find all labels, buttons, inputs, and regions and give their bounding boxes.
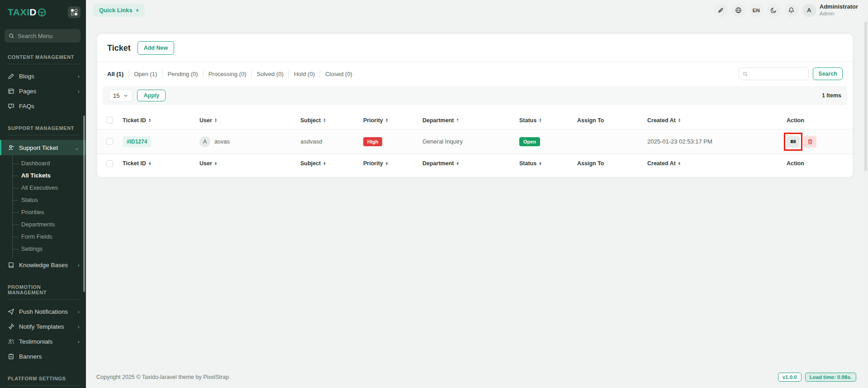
user-name: Administrator bbox=[820, 3, 858, 10]
column-priority[interactable]: Priority bbox=[363, 117, 383, 124]
column-priority[interactable]: Priority bbox=[363, 160, 383, 167]
sort-icon[interactable]: ▲▼ bbox=[539, 162, 541, 166]
table-row: #ID1274 A asvas asdvasd High General Inq… bbox=[97, 129, 853, 154]
notifications-button[interactable] bbox=[785, 4, 798, 17]
column-department[interactable]: Department bbox=[422, 117, 454, 124]
sort-icon[interactable]: ▲▼ bbox=[385, 162, 388, 166]
sort-icon[interactable]: ▲▼ bbox=[539, 118, 541, 122]
tab-hold[interactable]: Hold (0) bbox=[289, 70, 320, 78]
tab-solved[interactable]: Solved (0) bbox=[251, 70, 288, 78]
book-icon bbox=[8, 262, 14, 268]
chevron-right-icon: › bbox=[78, 73, 80, 80]
sort-icon[interactable]: ▲▼ bbox=[678, 118, 681, 122]
sidebar-scrollbar-thumb[interactable] bbox=[83, 115, 85, 292]
sidebar-search-input[interactable] bbox=[18, 33, 76, 39]
column-created-at[interactable]: Created At bbox=[647, 117, 676, 124]
sort-icon[interactable]: ▲▼ bbox=[456, 162, 459, 166]
column-ticket-id[interactable]: Ticket ID bbox=[123, 160, 146, 167]
column-created-at[interactable]: Created At bbox=[647, 160, 676, 167]
people-icon bbox=[8, 338, 14, 345]
sidebar-item-label: Support Ticket bbox=[19, 144, 70, 151]
sort-icon[interactable]: ▲▼ bbox=[456, 118, 459, 122]
window-scrollbar-thumb[interactable] bbox=[864, 22, 867, 171]
subnav-item-status[interactable]: Status bbox=[13, 194, 86, 206]
apply-button[interactable]: Apply bbox=[137, 90, 166, 101]
created-at-cell: 2025-01-23 02:53:17 PM bbox=[647, 138, 787, 145]
table-search-box[interactable] bbox=[739, 67, 809, 80]
tab-closed[interactable]: Closed (0) bbox=[320, 70, 357, 78]
feather-icon bbox=[717, 7, 724, 14]
sort-icon[interactable]: ▲▼ bbox=[323, 162, 326, 166]
view-ticket-button[interactable] bbox=[787, 136, 800, 148]
tab-pending[interactable]: Pending (0) bbox=[162, 70, 203, 78]
per-page-value: 15 bbox=[113, 92, 119, 99]
language-button[interactable]: EN bbox=[749, 4, 763, 17]
tab-all[interactable]: All (1) bbox=[107, 70, 128, 78]
sort-icon[interactable]: ▲▼ bbox=[148, 118, 151, 122]
tab-processing[interactable]: Processing (0) bbox=[203, 70, 251, 78]
sort-icon[interactable]: ▲▼ bbox=[148, 162, 151, 166]
sidebar-item-knowledge-bases[interactable]: Knowledge Bases › bbox=[0, 258, 86, 273]
sidebar-item-label: Blogs bbox=[19, 73, 73, 80]
user-menu[interactable]: A Administrator Admin bbox=[802, 3, 858, 17]
steering-wheel-icon bbox=[38, 8, 46, 17]
window-scrollbar[interactable] bbox=[864, 0, 868, 388]
column-subject[interactable]: Subject bbox=[300, 117, 321, 124]
subnav-item-all-tickets[interactable]: All Tickets bbox=[13, 169, 86, 182]
sort-icon[interactable]: ▲▼ bbox=[214, 162, 217, 166]
column-ticket-id[interactable]: Ticket ID bbox=[123, 117, 146, 124]
user-role: Admin bbox=[820, 10, 858, 17]
sort-icon[interactable]: ▲▼ bbox=[678, 162, 681, 166]
brand-name-primary: TAXI bbox=[8, 7, 29, 18]
subnav-item-departments[interactable]: Departments bbox=[13, 218, 86, 230]
department-cell: General Inquiry bbox=[422, 138, 519, 145]
sidebar-item-notify-templates[interactable]: Notify Templates › bbox=[0, 319, 86, 334]
sort-icon[interactable]: ▲▼ bbox=[214, 118, 217, 122]
load-time-badge[interactable]: Load time: 0.98s. bbox=[805, 373, 856, 382]
sidebar-item-blogs[interactable]: Blogs › bbox=[0, 69, 86, 84]
customizer-button[interactable] bbox=[714, 4, 728, 17]
subnav-item-form-fields[interactable]: Form Fields bbox=[13, 230, 86, 243]
delete-ticket-button[interactable] bbox=[803, 136, 816, 148]
column-user[interactable]: User bbox=[199, 117, 212, 124]
subnav-item-settings[interactable]: Settings bbox=[13, 243, 86, 255]
select-all-checkbox[interactable] bbox=[106, 117, 113, 124]
subnav-item-all-executives[interactable]: All Executives bbox=[13, 182, 86, 194]
sidebar-item-support-ticket[interactable]: Support Ticket ⌄ bbox=[0, 140, 86, 155]
brand-logo[interactable]: TAXID bbox=[8, 7, 46, 18]
column-assign-to: Assign To bbox=[577, 160, 604, 167]
sort-icon[interactable]: ▲▼ bbox=[385, 118, 388, 122]
ticket-id-badge[interactable]: #ID1274 bbox=[123, 136, 151, 147]
tickets-table: Ticket ID▲▼ User▲▼ Subject▲▼ Priority▲▼ … bbox=[97, 111, 853, 172]
sidebar-search[interactable] bbox=[5, 29, 81, 43]
dark-mode-button[interactable] bbox=[767, 4, 781, 17]
version-badge[interactable]: v1.0.0 bbox=[778, 373, 802, 382]
column-department[interactable]: Department bbox=[422, 160, 454, 167]
sidebar-item-banners[interactable]: Banners bbox=[0, 349, 86, 364]
row-checkbox[interactable] bbox=[106, 138, 113, 145]
column-user[interactable]: User bbox=[199, 160, 212, 167]
search-button[interactable]: Search bbox=[813, 67, 843, 80]
sort-icon[interactable]: ▲▼ bbox=[323, 118, 326, 122]
copyright-text: Copyright 2025 © Taxido-laravel theme by… bbox=[96, 374, 229, 380]
subnav-item-priorities[interactable]: Priorities bbox=[13, 206, 86, 218]
subnav-item-dashboard[interactable]: Dashboard bbox=[13, 157, 86, 169]
tab-open[interactable]: Open (1) bbox=[128, 70, 162, 78]
per-page-select[interactable]: 15 bbox=[109, 90, 133, 102]
sidebar-item-push-notifications[interactable]: Push Notifications › bbox=[0, 304, 86, 319]
column-subject[interactable]: Subject bbox=[300, 160, 321, 167]
column-status[interactable]: Status bbox=[519, 117, 536, 124]
sidebar-item-testimonials[interactable]: Testimonials › bbox=[0, 334, 86, 349]
table-search-input[interactable] bbox=[751, 71, 805, 77]
column-status[interactable]: Status bbox=[519, 160, 536, 167]
globe-button[interactable] bbox=[732, 4, 745, 17]
sidebar-item-faqs[interactable]: ? FAQs bbox=[0, 99, 86, 114]
paper-plane-icon bbox=[8, 308, 14, 315]
priority-badge: High bbox=[363, 137, 382, 146]
add-new-button[interactable]: Add New bbox=[138, 41, 174, 55]
sidebar-item-pages[interactable]: Pages › bbox=[0, 84, 86, 99]
sidebar-toggle-button[interactable] bbox=[68, 6, 81, 18]
column-action: Action bbox=[787, 160, 804, 167]
select-all-checkbox[interactable] bbox=[106, 160, 113, 167]
quick-links-button[interactable]: Quick Links + bbox=[93, 4, 145, 17]
